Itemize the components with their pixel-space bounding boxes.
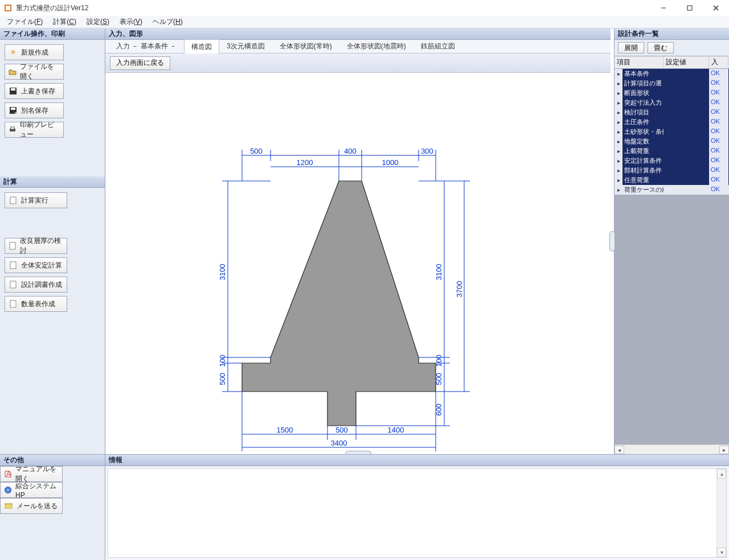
scroll-up-icon[interactable]: ▴ [717,469,726,479]
expand-icon[interactable]: ▸ [615,127,622,137]
menubar: ファイル(F) 計算(C) 設定(S) 表示(V) ヘルプ(H) [0,16,729,28]
scroll-left-icon[interactable]: ◂ [615,446,624,454]
cond-row-surcharge[interactable]: ▸上載荷重OK [615,146,729,156]
col-in: 入 [709,56,728,68]
expand-icon[interactable]: ▸ [615,98,622,108]
expand-icon[interactable]: ▸ [615,175,622,185]
open-button[interactable]: ファイルを開く [5,64,64,80]
expand-icon[interactable]: ▸ [615,156,622,166]
pdf-icon: A [4,470,12,479]
cond-row-soil[interactable]: ▸土砂形状・条件OK [615,127,729,137]
mail-label: メールを送る [17,501,58,511]
print-preview-button[interactable]: 印刷プレビュー [5,122,64,138]
manual-button[interactable]: Aマニュアルを開く [0,466,63,482]
col-value: 設定値 [664,56,709,68]
left-panel: ファイル操作、印刷 ✳新規作成 ファイルを開く 上書き保存 別名保存 印刷プレビ… [0,28,105,454]
doc-icon [9,299,18,308]
report-label: 設計調書作成 [21,280,62,290]
cond-row-earth[interactable]: ▸土圧条件OK [615,117,729,127]
right-header: 設計条件一覧 [615,28,729,40]
new-label: 新規作成 [21,48,48,57]
minimize-button[interactable] [650,0,677,16]
info-panel: 情報 ▴ ▾ [105,455,729,560]
tab-input-basic[interactable]: 入力 － 基本条件 － [109,39,184,53]
saveas-icon [9,106,18,115]
expand-icon[interactable]: ▸ [615,185,622,195]
menu-view[interactable]: 表示(V) [115,16,147,28]
expand-icon[interactable]: ▸ [615,146,622,156]
menu-help[interactable]: ヘルプ(H) [148,16,187,28]
cond-row-loadcase[interactable]: ▸荷重ケースの編OK [615,185,729,195]
quantity-button[interactable]: 数量表作成 [5,296,67,312]
cond-row-member[interactable]: ▸部材計算条件OK [615,166,729,175]
layer-button[interactable]: 改良層厚の検討 [5,238,67,254]
save-label: 上書き保存 [21,87,55,96]
expand-icon[interactable]: ▸ [615,69,622,79]
menu-file[interactable]: ファイル(F) [2,16,47,28]
svg-rect-3 [687,6,692,10]
scroll-right-icon[interactable]: ▸ [719,446,729,454]
svg-rect-1 [6,6,10,10]
cond-row-basic[interactable]: ▸基本条件OK [615,69,729,79]
expand-icon[interactable]: ▸ [615,137,622,146]
left-fileops-body: ✳新規作成 ファイルを開く 上書き保存 別名保存 印刷プレビュー [0,40,105,142]
qty-label: 数量表作成 [21,299,55,309]
titlebar: 重力式擁壁の設計Ver12 [0,0,729,16]
tab-3d[interactable]: 3次元構造図 [219,39,272,53]
splitter-right[interactable] [611,28,614,454]
tab-shape-normal[interactable]: 全体形状図(常時) [272,39,339,53]
tab-shape-seismic[interactable]: 全体形状図(地震時) [339,39,413,53]
dim-bot-1400: 1400 [388,426,404,434]
expand-all-button[interactable]: 展開 [618,42,644,53]
open-icon [9,67,17,76]
cond-row-arbitrary[interactable]: ▸任意荷重OK [615,175,729,185]
tab-rebar[interactable]: 鉄筋組立図 [413,39,462,53]
svg-rect-7 [11,88,15,90]
mail-button[interactable]: メールを送る [0,498,63,514]
doc-icon [9,241,17,250]
expand-icon[interactable]: ▸ [615,117,622,127]
expand-icon[interactable]: ▸ [615,79,622,88]
cond-row-stability[interactable]: ▸安定計算条件OK [615,156,729,166]
cond-row-section[interactable]: ▸断面形状OK [615,88,729,98]
save-icon [9,87,18,96]
scroll-down-icon[interactable]: ▾ [717,547,726,557]
saveas-button[interactable]: 別名保存 [5,102,64,118]
collapse-all-button[interactable]: 畳む [648,42,674,53]
grid-body[interactable]: ▸基本条件OK ▸計算項目の選OK ▸断面形状OK ▸突起寸法入力OK ▸検討項… [615,69,729,444]
info-vscroll[interactable]: ▴ ▾ [716,469,726,557]
tab-structure[interactable]: 構造図 [184,39,219,53]
expand-icon[interactable]: ▸ [615,88,622,98]
grid-header: 項目 設定値 入 [615,56,729,69]
drawing-canvas[interactable]: 500 1200 400 1000 300 3100 100 500 [105,73,611,454]
cond-row-ground[interactable]: ▸地盤定数OK [615,137,729,146]
info-body[interactable]: ▴ ▾ [108,468,727,558]
new-button[interactable]: ✳新規作成 [5,44,64,60]
splitter-right-handle[interactable] [609,231,615,252]
save-button[interactable]: 上書き保存 [5,83,64,99]
splitter-handle-bottom[interactable] [345,451,371,454]
left-header-calc: 計算 [0,176,105,188]
svg-rect-11 [11,127,14,129]
report-button[interactable]: 設計調書作成 [5,277,67,293]
app-icon [3,3,13,13]
globe-icon [4,485,12,495]
open-label: ファイルを開く [20,62,60,81]
run-calc-button[interactable]: 計算実行 [5,192,67,208]
printer-icon [9,125,17,134]
maximize-button[interactable] [677,0,703,16]
expand-icon[interactable]: ▸ [615,108,622,117]
menu-settings[interactable]: 設定(S) [82,16,114,28]
hp-button[interactable]: 綜合システムHP [0,482,63,498]
expand-icon[interactable]: ▸ [615,166,622,175]
back-to-input-button[interactable]: 入力画面に戻る [110,56,170,70]
stability-button[interactable]: 全体安定計算 [5,257,67,273]
cond-row-key[interactable]: ▸突起寸法入力OK [615,98,729,108]
cond-row-calcitem[interactable]: ▸計算項目の選OK [615,79,729,88]
print-label: 印刷プレビュー [20,120,60,139]
dim-right-3700: 3700 [455,281,464,298]
cond-row-check[interactable]: ▸検討項目OK [615,108,729,117]
right-hscroll[interactable]: ◂ ▸ [615,444,729,454]
menu-calc[interactable]: 計算(C) [48,16,81,28]
close-button[interactable] [703,0,729,16]
